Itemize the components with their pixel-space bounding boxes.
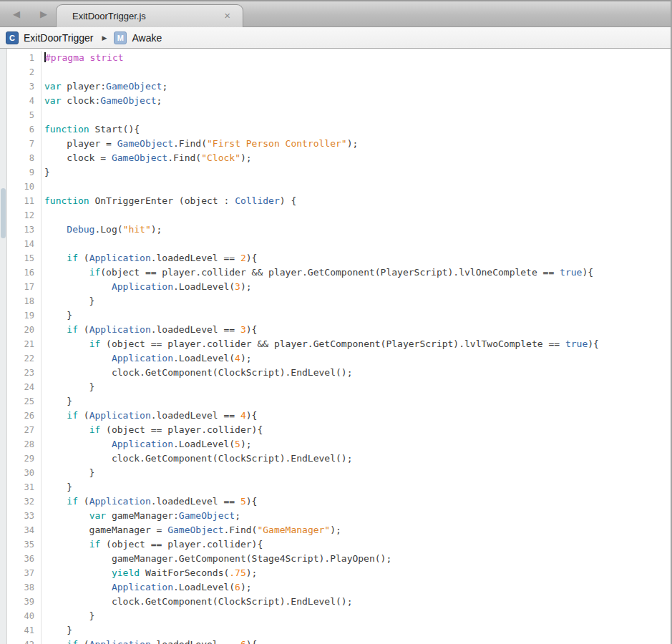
code-line[interactable]: 24 } xyxy=(7,380,671,394)
line-number: 37 xyxy=(7,566,42,580)
code-text: } xyxy=(42,394,72,409)
line-number: 16 xyxy=(7,265,42,280)
code-line[interactable]: 8 clock = GameObject.Find("Clock"); xyxy=(7,151,671,165)
code-line[interactable]: 34 gameManager = GameObject.Find("GameMa… xyxy=(7,523,671,537)
code-line[interactable]: 3var player:GameObject; xyxy=(7,79,671,94)
code-line[interactable]: 12 xyxy=(7,208,671,223)
code-line[interactable]: 28 Application.LoadLevel(5); xyxy=(7,437,671,452)
code-line[interactable]: 30 } xyxy=(7,466,671,480)
line-number: 26 xyxy=(7,409,42,423)
code-text: var player:GameObject; xyxy=(42,79,167,94)
code-text: if (object == player.collider && player.… xyxy=(42,337,599,351)
code-line[interactable]: 1#pragma strict xyxy=(7,51,671,65)
code-line[interactable]: 39 clock.GetComponent(ClockScript).EndLe… xyxy=(7,595,671,609)
line-number: 23 xyxy=(7,366,42,380)
line-number: 11 xyxy=(7,194,42,208)
code-line[interactable]: 5 xyxy=(7,108,671,122)
code-text: if (Application.loadedLevel == 3){ xyxy=(42,323,257,337)
code-line[interactable]: 6function Start(){ xyxy=(7,122,671,137)
code-line[interactable]: 7 player = GameObject.Find("First Person… xyxy=(7,137,671,151)
code-text: player = GameObject.Find("First Person C… xyxy=(42,137,358,151)
code-text: } xyxy=(42,165,50,180)
code-line[interactable]: 9} xyxy=(7,165,671,180)
method-icon: M xyxy=(114,31,127,44)
code-line[interactable]: 36 gameManager.GetComponent(Stage4Script… xyxy=(7,552,671,566)
code-editor[interactable]: 1#pragma strict23var player:GameObject;4… xyxy=(0,49,671,644)
code-line[interactable]: 38 Application.LoadLevel(6); xyxy=(7,580,671,595)
line-number: 32 xyxy=(7,494,42,509)
code-line[interactable]: 40 } xyxy=(7,609,671,623)
left-scrollbar[interactable] xyxy=(0,49,7,644)
code-line[interactable]: 15 if (Application.loadedLevel == 2){ xyxy=(7,251,671,265)
breadcrumb-class[interactable]: ExitDoorTrigger xyxy=(24,32,94,44)
code-text: } xyxy=(42,623,72,638)
code-line[interactable]: 37 yield WaitForSeconds(.75); xyxy=(7,566,671,580)
code-lines[interactable]: 1#pragma strict23var player:GameObject;4… xyxy=(7,49,671,644)
code-line[interactable]: 27 if (object == player.collider){ xyxy=(7,423,671,437)
code-text: yield WaitForSeconds(.75); xyxy=(42,566,257,580)
line-number: 34 xyxy=(7,523,42,537)
code-text: } xyxy=(42,480,72,494)
code-line[interactable]: 11function OnTriggerEnter (object : Coll… xyxy=(7,194,671,208)
line-number: 25 xyxy=(7,394,42,409)
code-line[interactable]: 17 Application.LoadLevel(3); xyxy=(7,280,671,294)
code-line[interactable]: 20 if (Application.loadedLevel == 3){ xyxy=(7,323,671,337)
code-line[interactable]: 42 if (Application.loadedLevel == 6){ xyxy=(7,638,671,644)
code-line[interactable]: 33 var gameManager:GameObject; xyxy=(7,509,671,523)
line-number: 4 xyxy=(7,94,42,108)
line-number: 15 xyxy=(7,251,42,265)
code-text: } xyxy=(42,380,94,394)
code-text: Application.LoadLevel(4); xyxy=(42,351,252,366)
code-line[interactable]: 10 xyxy=(7,180,671,194)
code-line[interactable]: 18 } xyxy=(7,294,671,308)
code-line[interactable]: 16 if(object == player.collider && playe… xyxy=(7,265,671,280)
scrollbar-thumb[interactable] xyxy=(1,188,6,238)
code-line[interactable]: 29 clock.GetComponent(ClockScript).EndLe… xyxy=(7,452,671,466)
code-line[interactable]: 25 } xyxy=(7,394,671,409)
code-text xyxy=(42,208,44,223)
breadcrumb-method[interactable]: Awake xyxy=(132,32,162,44)
line-number: 19 xyxy=(7,308,42,323)
code-line[interactable]: 21 if (object == player.collider && play… xyxy=(7,337,671,351)
code-line[interactable]: 35 if (object == player.collider){ xyxy=(7,537,671,552)
breadcrumb: C ExitDoorTrigger ▶ M Awake xyxy=(0,27,671,49)
editor-window: ◀ ▶ ExitDoorTrigger.js × C ExitDoorTrigg… xyxy=(0,0,672,644)
code-line[interactable]: 19 } xyxy=(7,308,671,323)
line-number: 2 xyxy=(7,65,42,79)
code-text xyxy=(42,237,44,251)
code-line[interactable]: 23 clock.GetComponent(ClockScript).EndLe… xyxy=(7,366,671,380)
line-number: 13 xyxy=(7,223,42,237)
forward-button[interactable]: ▶ xyxy=(36,7,52,21)
line-number: 41 xyxy=(7,623,42,638)
code-line[interactable]: 31 } xyxy=(7,480,671,494)
close-icon[interactable]: × xyxy=(224,9,230,21)
back-button[interactable]: ◀ xyxy=(9,7,24,21)
line-number: 42 xyxy=(7,638,42,644)
code-text: Application.LoadLevel(6); xyxy=(42,580,252,595)
code-text: } xyxy=(42,466,94,480)
line-number: 31 xyxy=(7,480,42,494)
line-number: 9 xyxy=(7,165,42,180)
code-line[interactable]: 26 if (Application.loadedLevel == 4){ xyxy=(7,409,671,423)
code-line[interactable]: 2 xyxy=(7,65,671,79)
code-text xyxy=(42,108,44,122)
line-number: 6 xyxy=(7,122,42,137)
line-number: 33 xyxy=(7,509,42,523)
code-text: if (Application.loadedLevel == 2){ xyxy=(42,251,257,265)
line-number: 14 xyxy=(7,237,42,251)
code-text: Application.LoadLevel(5); xyxy=(42,437,252,452)
tab-title: ExitDoorTrigger.js xyxy=(72,11,146,21)
code-line[interactable]: 41 } xyxy=(7,623,671,638)
code-line[interactable]: 32 if (Application.loadedLevel == 5){ xyxy=(7,494,671,509)
code-text: Application.LoadLevel(3); xyxy=(42,280,252,294)
line-number: 24 xyxy=(7,380,42,394)
code-text xyxy=(42,180,44,194)
code-text: function Start(){ xyxy=(42,122,140,137)
tab-exitdoortrigger[interactable]: ExitDoorTrigger.js × xyxy=(56,4,243,27)
code-line[interactable]: 4var clock:GameObject; xyxy=(7,94,671,108)
code-line[interactable]: 14 xyxy=(7,237,671,251)
code-line[interactable]: 22 Application.LoadLevel(4); xyxy=(7,351,671,366)
code-line[interactable]: 13 Debug.Log("hit"); xyxy=(7,223,671,237)
code-text: } xyxy=(42,294,94,308)
code-text xyxy=(42,65,44,79)
